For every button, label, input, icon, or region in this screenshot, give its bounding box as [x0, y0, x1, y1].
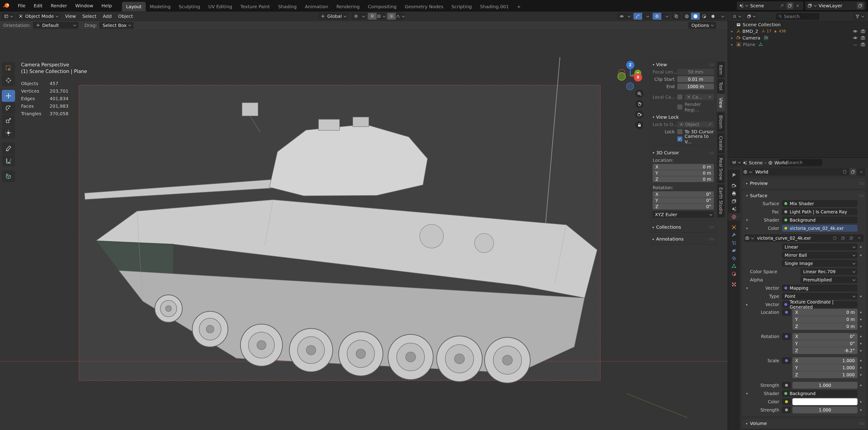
tab-view[interactable]: View — [717, 95, 725, 111]
gizmo-axis-z[interactable]: Z — [626, 61, 634, 69]
world-name-field[interactable]: World — [752, 169, 840, 175]
outliner-row-plane[interactable]: ▸ Plane — [728, 41, 868, 48]
tab-material-props[interactable] — [728, 270, 740, 278]
menu-add[interactable]: Add — [99, 13, 115, 19]
transform-tool[interactable] — [2, 127, 15, 139]
hide-viewport-icon[interactable] — [853, 36, 858, 40]
gizmo-dropdown[interactable] — [642, 13, 651, 20]
strength2-field[interactable]: 1.000 — [793, 406, 858, 414]
outliner-editor-type[interactable] — [730, 13, 743, 20]
cursor-rotation-mode-dropdown[interactable]: XYZ Euler — [653, 211, 714, 218]
outliner-display-mode[interactable] — [745, 13, 757, 20]
view-lock-title[interactable]: View Lock — [656, 114, 679, 120]
menu-edit[interactable]: Edit — [29, 3, 46, 8]
outliner-row-scene-collection[interactable]: Scene Collection — [728, 21, 868, 28]
collapse-icon[interactable]: ▾ — [744, 392, 750, 395]
map-loc-y[interactable]: Y0 m — [793, 316, 858, 323]
show-gizmo-toggle[interactable] — [633, 13, 642, 20]
view-layer-selector[interactable]: ViewLayer — [805, 2, 866, 10]
new-scene-button[interactable] — [786, 2, 793, 9]
workspace-tab-uv-editing[interactable]: UV Editing — [204, 2, 236, 11]
gizmo-axis-z-neg[interactable] — [626, 82, 634, 90]
options-dropdown[interactable]: Options — [688, 22, 716, 29]
cursor-loc-y[interactable]: Y0 m — [653, 170, 714, 176]
tab-modifier-props[interactable] — [728, 231, 740, 239]
visibility-dropdown[interactable] — [617, 13, 632, 20]
source-dropdown[interactable]: Single Image — [782, 260, 858, 267]
image-selector[interactable] — [744, 234, 754, 242]
new-world-button[interactable] — [849, 168, 856, 175]
new-image-button[interactable] — [839, 235, 846, 241]
menu-file[interactable]: File — [14, 3, 29, 8]
collapse-icon[interactable]: ▾ — [744, 218, 750, 222]
outliner-search[interactable]: Search — [776, 13, 819, 20]
unlink-world-button[interactable] — [858, 168, 865, 175]
breadcrumb-world[interactable]: World — [774, 160, 787, 165]
world-datablock-selector[interactable] — [742, 168, 752, 176]
pan-button[interactable] — [635, 100, 644, 108]
shading-solid-button[interactable] — [691, 13, 700, 20]
fake-user-button[interactable] — [831, 235, 838, 241]
outliner-row-camera[interactable]: ▸ Camera — [728, 34, 868, 41]
tab-earth-studio[interactable]: Earth Studio — [717, 184, 725, 218]
lock-to-object-field[interactable]: Object — [677, 122, 714, 127]
new-view-layer-button[interactable] — [857, 2, 864, 9]
scale-socket[interactable] — [782, 357, 791, 364]
move-tool[interactable] — [2, 90, 15, 102]
transform-orientation-selector[interactable]: Global — [318, 13, 348, 20]
orientation-dropdown[interactable]: Default — [33, 22, 79, 29]
tab-blosm[interactable]: Blosm — [717, 112, 725, 132]
lock-view-button[interactable] — [635, 121, 644, 129]
proportional-edit-toggle[interactable] — [387, 13, 396, 20]
menu-help[interactable]: Help — [97, 3, 116, 8]
gizmo-axis-y-neg[interactable] — [618, 72, 626, 80]
measure-tool[interactable] — [2, 155, 15, 167]
workspace-tab-compositing[interactable]: Compositing — [364, 2, 401, 11]
map-rot-y[interactable]: Y0° — [793, 340, 858, 347]
expand-icon[interactable]: ▸ — [744, 303, 750, 306]
scene-selector[interactable]: Scene — [737, 2, 803, 10]
unlink-image-button[interactable] — [856, 235, 863, 241]
disable-render-icon[interactable] — [861, 42, 865, 47]
strength-socket[interactable] — [782, 382, 791, 389]
colorspace-dropdown[interactable]: Linear Rec.709 — [800, 268, 858, 275]
cursor-rot-x[interactable]: X0° — [653, 191, 714, 197]
cursor-panel-title[interactable]: 3D Cursor — [656, 150, 679, 156]
cursor-loc-z[interactable]: Z0 m — [653, 176, 714, 182]
proportional-falloff-dropdown[interactable] — [396, 13, 404, 20]
surface-panel-header[interactable]: ▾Surface — [744, 192, 864, 199]
tab-output-props[interactable] — [728, 190, 740, 197]
annotations-panel[interactable]: ▸Annotations — [650, 235, 716, 244]
tab-constraints-props[interactable] — [728, 255, 740, 262]
workspace-tab-animation[interactable]: Animation — [301, 2, 332, 11]
workspace-tab-shading[interactable]: Shading — [274, 2, 301, 11]
tab-item[interactable]: Item — [717, 62, 725, 78]
tab-viewlayer-props[interactable] — [728, 197, 740, 205]
editor-type-selector[interactable] — [2, 13, 14, 20]
tab-create[interactable]: Create — [717, 133, 725, 154]
tab-scene-props[interactable] — [728, 205, 740, 213]
rotate-tool[interactable] — [2, 102, 15, 114]
pin-icon[interactable] — [779, 2, 785, 9]
camera-view-button[interactable] — [635, 110, 644, 119]
workspace-tab-scripting[interactable]: Scripting — [447, 2, 476, 11]
disable-render-icon[interactable] — [861, 29, 865, 34]
mapping-type-dropdown[interactable]: Point — [782, 293, 858, 300]
pivot-point-selector[interactable] — [352, 13, 366, 20]
blender-logo-icon[interactable] — [3, 2, 10, 9]
workspace-tab-shading-001[interactable]: Shading.001 — [476, 2, 513, 11]
menu-object[interactable]: Object — [115, 13, 136, 19]
panel-grip[interactable] — [709, 63, 714, 66]
outliner-row-bmd2[interactable]: ▸ BMD_2 17 438 — [728, 28, 868, 34]
cursor-loc-x[interactable]: X0 m — [653, 164, 714, 170]
collections-panel[interactable]: ▸Collections — [650, 223, 716, 232]
tab-tool[interactable]: Tool — [717, 79, 725, 94]
panel-grip[interactable] — [709, 152, 714, 154]
render-region-checkbox[interactable] — [677, 104, 682, 109]
color-socket[interactable] — [782, 398, 791, 405]
collapse-icon[interactable]: ▾ — [744, 286, 750, 290]
tab-render-props[interactable] — [728, 182, 740, 190]
workspace-tab-texture-paint[interactable]: Texture Paint — [236, 2, 274, 11]
add-cube-tool[interactable] — [2, 170, 15, 182]
snap-toggle[interactable] — [368, 13, 377, 20]
